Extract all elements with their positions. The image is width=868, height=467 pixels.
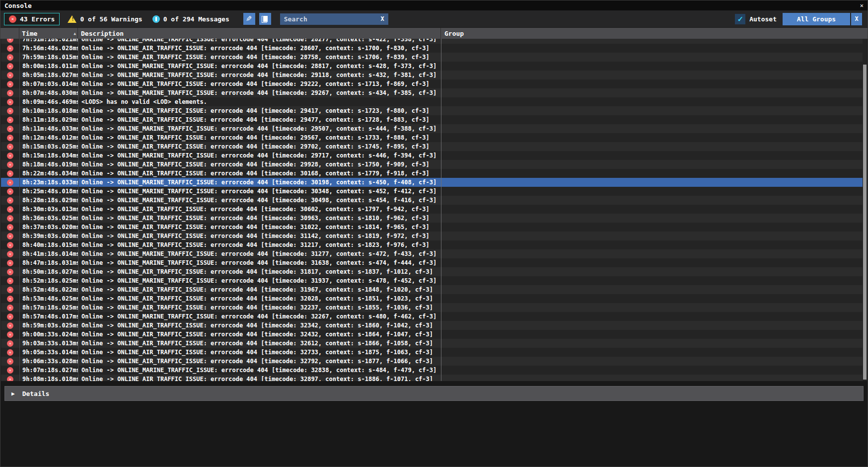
- table-row[interactable]: ✕ 8h:41m:18s.014ms Online -> ONLINE_MARI…: [1, 249, 863, 258]
- header-group-column[interactable]: Group: [441, 28, 868, 39]
- autoset-checkbox[interactable]: ✓ Autoset: [735, 14, 777, 24]
- error-circle-x-icon: ✕: [7, 296, 13, 302]
- row-description-cell: Online -> ONLINE_MARINE_TRAFFIC_ISSUE: e…: [78, 178, 441, 187]
- table-row[interactable]: ✕ 8h:37m:03s.020ms Online -> ONLINE_AIR_…: [1, 223, 863, 232]
- table-row[interactable]: ✕ 9h:07m:18s.027ms Online -> ONLINE_MARI…: [1, 366, 863, 375]
- search-clear-icon[interactable]: X: [381, 15, 384, 22]
- row-severity-cell: ✕: [1, 285, 20, 294]
- table-row[interactable]: ✕ 8h:30m:03s.013ms Online -> ONLINE_AIR_…: [1, 205, 863, 214]
- table-row[interactable]: ✕ 8h:00m:18s.011ms Online -> ONLINE_MARI…: [1, 62, 863, 71]
- row-severity-cell: ✕: [1, 44, 20, 53]
- row-severity-cell: ✕: [1, 169, 20, 178]
- table-row[interactable]: ✕ 9h:06m:33s.028ms Online -> ONLINE_AIR_…: [1, 357, 863, 366]
- table-row[interactable]: ✕ 8h:59m:03s.025ms Online -> ONLINE_AIR_…: [1, 321, 863, 330]
- row-description-cell: Online -> ONLINE_MARINE_TRAFFIC_ISSUE: e…: [78, 39, 441, 44]
- table-row[interactable]: ✕ 9h:03m:33s.013ms Online -> ONLINE_AIR_…: [1, 339, 863, 348]
- row-time-cell: 8h:30m:03s.013ms: [20, 205, 78, 214]
- row-description-cell: Online -> ONLINE_MARINE_TRAFFIC_ISSUE: e…: [78, 249, 441, 258]
- table-row[interactable]: ✕ 8h:28m:18s.029ms Online -> ONLINE_MARI…: [1, 196, 863, 205]
- table-row[interactable]: ✕ 8h:15m:03s.025ms Online -> ONLINE_AIR_…: [1, 142, 863, 151]
- error-circle-x-icon: ✕: [7, 278, 13, 284]
- table-row[interactable]: ✕ 7h:51m:18s.021ms Online -> ONLINE_MARI…: [1, 39, 863, 44]
- row-group-cell: [441, 97, 863, 106]
- error-circle-x-icon: ✕: [7, 340, 13, 347]
- header-time-column[interactable]: Time ▲: [19, 28, 78, 39]
- row-description-cell: Online -> ONLINE_AIR_TRAFFIC_ISSUE: erro…: [78, 294, 441, 303]
- table-row[interactable]: ✕ 8h:09m:46s.469ms <LODS> has no valid <…: [1, 97, 863, 106]
- table-row[interactable]: ✕ 8h:40m:18s.015ms Online -> ONLINE_AIR_…: [1, 240, 863, 249]
- error-circle-x-icon: ✕: [7, 72, 13, 78]
- errors-count-label: 43 Errors: [20, 15, 55, 23]
- table-row[interactable]: ✕ 8h:39m:03s.020ms Online -> ONLINE_AIR_…: [1, 232, 863, 240]
- row-time-cell: 8h:36m:03s.025ms: [20, 214, 78, 223]
- table-row[interactable]: ✕ 7h:56m:48s.028ms Online -> ONLINE_AIR_…: [1, 44, 863, 53]
- row-group-cell: [441, 62, 863, 71]
- table-row[interactable]: ✕ 8h:53m:48s.025ms Online -> ONLINE_AIR_…: [1, 294, 863, 303]
- error-circle-x-icon: ✕: [7, 313, 13, 320]
- close-icon[interactable]: ✕: [860, 2, 864, 9]
- row-group-cell: [441, 44, 863, 53]
- edit-button[interactable]: ✎: [243, 13, 255, 25]
- row-time-cell: 8h:23m:18s.033ms: [20, 178, 78, 187]
- table-row[interactable]: ✕ 9h:08m:18s.018ms Online -> ONLINE_AIR_…: [1, 375, 863, 381]
- row-description-cell: Online -> ONLINE_AIR_TRAFFIC_ISSUE: erro…: [78, 357, 441, 366]
- table-row[interactable]: ✕ 8h:57m:18s.025ms Online -> ONLINE_AIR_…: [1, 303, 863, 312]
- search-input[interactable]: [284, 15, 381, 23]
- title-bar: Console ✕: [0, 0, 868, 10]
- table-row[interactable]: ✕ 8h:47m:18s.031ms Online -> ONLINE_MARI…: [1, 258, 863, 267]
- error-circle-x-icon: ✕: [7, 81, 13, 87]
- table-row[interactable]: ✕ 8h:52m:48s.022ms Online -> ONLINE_AIR_…: [1, 285, 863, 294]
- table-row[interactable]: ✕ 8h:12m:48s.012ms Online -> ONLINE_AIR_…: [1, 133, 863, 142]
- table-row[interactable]: ✕ 8h:05m:18s.027ms Online -> ONLINE_MARI…: [1, 71, 863, 79]
- table-row[interactable]: ✕ 8h:10m:18s.018ms Online -> ONLINE_AIR_…: [1, 106, 863, 115]
- messages-filter-button[interactable]: 0 of 294 Messages: [150, 15, 231, 23]
- table-row[interactable]: ✕ 8h:22m:48s.034ms Online -> ONLINE_AIR_…: [1, 169, 863, 178]
- table-row[interactable]: ✕ 7h:59m:18s.015ms Online -> ONLINE_AIR_…: [1, 53, 863, 62]
- table-row[interactable]: ✕ 8h:07m:03s.014ms Online -> ONLINE_AIR_…: [1, 79, 863, 88]
- table-row[interactable]: ✕ 8h:11m:48s.033ms Online -> ONLINE_MARI…: [1, 124, 863, 133]
- table-row[interactable]: ✕ 8h:15m:18s.034ms Online -> ONLINE_MARI…: [1, 151, 863, 160]
- groups-clear-icon[interactable]: X: [850, 13, 862, 25]
- row-time-cell: 8h:59m:03s.025ms: [20, 321, 78, 330]
- row-description-cell: Online -> ONLINE_AIR_TRAFFIC_ISSUE: erro…: [78, 348, 441, 357]
- row-time-cell: 8h:05m:18s.027ms: [20, 71, 78, 79]
- table-row[interactable]: ✕ 8h:50m:18s.027ms Online -> ONLINE_AIR_…: [1, 267, 863, 276]
- header-description-column[interactable]: Description: [78, 28, 441, 39]
- row-description-cell: Online -> ONLINE_AIR_TRAFFIC_ISSUE: erro…: [78, 142, 441, 151]
- warnings-count-label: 0 of 56 Warnings: [80, 15, 142, 23]
- row-time-cell: 8h:07m:03s.014ms: [20, 79, 78, 88]
- table-row[interactable]: ✕ 8h:36m:03s.025ms Online -> ONLINE_AIR_…: [1, 214, 863, 223]
- table-row[interactable]: ✕ 8h:23m:18s.033ms Online -> ONLINE_MARI…: [1, 178, 863, 187]
- header-icon-column: [0, 28, 19, 39]
- row-description-cell: Online -> ONLINE_AIR_TRAFFIC_ISSUE: erro…: [78, 339, 441, 348]
- row-group-cell: [441, 196, 863, 205]
- details-label: Details: [22, 390, 50, 397]
- errors-filter-button[interactable]: ✕ 43 Errors: [4, 13, 60, 25]
- error-circle-x-icon: ✕: [7, 54, 13, 61]
- row-group-cell: [441, 53, 863, 62]
- vertical-scrollbar[interactable]: [863, 39, 867, 381]
- details-expander[interactable]: ▶ Details: [4, 386, 864, 401]
- checkbox-box[interactable]: ✓: [735, 14, 745, 24]
- all-groups-button[interactable]: All Groups X: [783, 13, 862, 25]
- row-severity-cell: ✕: [1, 178, 20, 187]
- table-row[interactable]: ✕ 8h:25m:48s.018ms Online -> ONLINE_MARI…: [1, 187, 863, 196]
- scrollbar-thumb[interactable]: [863, 65, 867, 380]
- table-row[interactable]: ✕ 9h:05m:33s.014ms Online -> ONLINE_AIR_…: [1, 348, 863, 357]
- table-row[interactable]: ✕ 8h:57m:48s.017ms Online -> ONLINE_MARI…: [1, 312, 863, 321]
- table-row[interactable]: ✕ 8h:18m:48s.019ms Online -> ONLINE_AIR_…: [1, 160, 863, 169]
- table-row[interactable]: ✕ 8h:52m:18s.025ms Online -> ONLINE_MARI…: [1, 276, 863, 285]
- table-row[interactable]: ✕ 8h:07m:48s.030ms Online -> ONLINE_MARI…: [1, 88, 863, 97]
- error-circle-x-icon: ✕: [7, 287, 13, 293]
- error-circle-x-icon: ✕: [7, 242, 13, 248]
- row-time-cell: 9h:03m:33s.013ms: [20, 339, 78, 348]
- row-severity-cell: ✕: [1, 240, 20, 249]
- copy-button[interactable]: [259, 13, 271, 25]
- table-row[interactable]: ✕ 9h:00m:33s.024ms Online -> ONLINE_AIR_…: [1, 330, 863, 339]
- table-row[interactable]: ✕ 8h:11m:18s.029ms Online -> ONLINE_AIR_…: [1, 115, 863, 124]
- row-time-cell: 7h:56m:48s.028ms: [20, 44, 78, 53]
- row-group-cell: [441, 106, 863, 115]
- row-description-cell: Online -> ONLINE_MARINE_TRAFFIC_ISSUE: e…: [78, 312, 441, 321]
- warnings-filter-button[interactable]: 0 of 56 Warnings: [66, 15, 144, 23]
- row-time-cell: 9h:08m:18s.018ms: [20, 375, 78, 381]
